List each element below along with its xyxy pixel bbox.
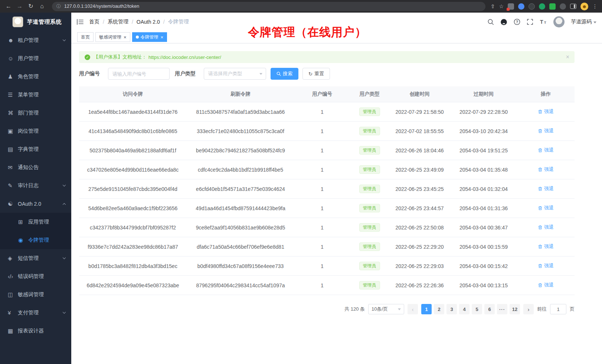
table-row: 1ea5e44f8bc1467aaede43144f31de76811c5304… [79, 102, 575, 122]
search-button[interactable]: 搜索 [271, 68, 298, 80]
search-icon[interactable] [487, 19, 494, 25]
back-icon[interactable]: ← [4, 1, 13, 11]
font-size-icon[interactable]: TT [540, 19, 547, 25]
sidebar-item-role[interactable]: ♟角色管理 [0, 67, 71, 86]
help-icon[interactable]: ? [514, 19, 520, 25]
github-icon[interactable] [500, 19, 507, 26]
sidebar-item-sms[interactable]: ◈短信管理 [0, 249, 71, 267]
sidebar-item-sensitive-word[interactable]: ◫敏感词管理 [0, 285, 71, 304]
force-logout-button[interactable]: 强退 [538, 147, 554, 153]
sidebar-item-dict[interactable]: ▤字典管理 [0, 140, 71, 158]
page-button-2[interactable]: 2 [434, 304, 444, 314]
extension-icon[interactable] [518, 3, 524, 10]
force-logout-button[interactable]: 强退 [538, 205, 554, 211]
close-alert-icon[interactable]: × [566, 54, 569, 60]
user-type-badge: 管理员 [359, 185, 380, 193]
sidebar-item-label: 用户管理 [18, 55, 39, 62]
sidebar-item-app[interactable]: ⊞应用管理 [0, 213, 71, 231]
sidebar-item-token[interactable]: ◉令牌管理 [0, 231, 71, 249]
collapse-sidebar-icon[interactable] [77, 19, 84, 25]
sidebar-item-label: 令牌管理 [28, 237, 49, 244]
breadcrumb-item[interactable]: 系统管理 [108, 19, 128, 25]
user-type-badge: 管理员 [359, 223, 380, 232]
trash-icon [538, 244, 543, 249]
forward-icon[interactable]: → [15, 1, 24, 11]
sidebar-item-payment[interactable]: ¥支付管理 [0, 304, 71, 322]
extension-icon[interactable] [508, 3, 514, 10]
extension-icon[interactable] [539, 3, 545, 10]
address-bar[interactable]: ⓘ 127.0.0.1:1024/system/oauth2/token [52, 2, 485, 11]
sidebar-item-tenant[interactable]: ☻租户管理 [0, 31, 71, 49]
page-size-select[interactable]: 10条/页 [368, 304, 404, 314]
user-menu[interactable]: 芋道源码 [571, 19, 596, 25]
sidebar-item-user[interactable]: ☺用户管理 [0, 49, 71, 67]
sidebar-item-notice[interactable]: ✉通知公告 [0, 158, 71, 176]
chevron-down-icon [63, 183, 66, 186]
sidebar-item-dept[interactable]: ⌘部门管理 [0, 104, 71, 122]
page-button-6[interactable]: 6 [484, 304, 495, 314]
sidebar-item-label: 敏感词管理 [18, 291, 44, 298]
column-header: 操作 [517, 86, 575, 102]
force-logout-button[interactable]: 强退 [538, 243, 554, 250]
breadcrumb-item[interactable]: OAuth 2.0 [137, 19, 160, 25]
doc-alert: ✓ 【用户体系】文档地址： https://doc.iocoder.cn/use… [79, 51, 575, 63]
force-logout-button[interactable]: 强退 [538, 224, 554, 231]
fullscreen-icon[interactable] [527, 19, 533, 25]
dictionary-icon: ▤ [8, 146, 18, 153]
token-table-head-row: 访问令牌刷新令牌用户编号用户类型创建时间过期时间操作 [79, 86, 575, 102]
extension-icon[interactable] [560, 3, 566, 10]
tab-sensitive-word[interactable]: 敏感词管理× [95, 32, 130, 42]
tab-token[interactable]: 令牌管理× [132, 32, 167, 42]
force-logout-button[interactable]: 强退 [538, 185, 554, 192]
close-tab-icon[interactable]: × [124, 35, 127, 40]
page-button-3[interactable]: 3 [446, 304, 457, 314]
force-logout-button[interactable]: 强退 [538, 166, 554, 173]
sidebar-item-report[interactable]: ▦报表设计器 [0, 322, 71, 340]
user-avatar[interactable] [553, 16, 565, 27]
sidebar-item-oauth[interactable]: ☯OAuth 2.0 [0, 195, 71, 213]
sidebar-item-menu[interactable]: ☰菜单管理 [0, 86, 71, 104]
close-tab-icon[interactable]: × [161, 35, 164, 40]
goto-page-input[interactable] [550, 304, 566, 314]
puzzle-extensions-icon[interactable] [549, 3, 556, 10]
tab-label: 首页 [81, 34, 90, 40]
pager: 123456···12 [421, 304, 520, 314]
page-button-1[interactable]: 1 [421, 304, 432, 314]
cell-user-id: 1 [294, 257, 350, 276]
profile-avatar[interactable]: ☻ [580, 3, 588, 10]
browser-menu-icon[interactable]: ⋮ [592, 3, 598, 9]
sidebar-item-label: 错误码管理 [18, 273, 44, 280]
user-type-select[interactable]: 请选择用户类型 [204, 68, 266, 80]
doc-link[interactable]: https://doc.iocoder.cn/user-center/ [148, 54, 221, 60]
bookmark-star-icon[interactable]: ☆ [499, 3, 504, 9]
extension-icon[interactable] [529, 3, 535, 10]
column-header: 刷新令牌 [187, 86, 294, 102]
page-button-12[interactable]: 12 [510, 304, 520, 314]
sidebar-item-post[interactable]: ▣岗位管理 [0, 122, 71, 140]
split-screen-icon[interactable] [570, 4, 576, 9]
tab-home[interactable]: 首页 [77, 32, 94, 42]
page-button-4[interactable]: 4 [459, 304, 470, 314]
breadcrumb-item[interactable]: 首页 [89, 19, 99, 25]
share-icon[interactable]: ⇧ [491, 3, 495, 9]
home-icon[interactable]: ⌂ [37, 1, 47, 11]
app-logo-area[interactable]: 芋道管理系统 [0, 13, 71, 31]
trash-icon [538, 167, 543, 172]
reset-button[interactable]: ↻ 重置 [302, 68, 330, 80]
force-logout-button[interactable]: 强退 [538, 262, 554, 269]
pager-more-button[interactable]: ··· [497, 304, 507, 314]
sidebar-item-audit-log[interactable]: ✎审计日志 [0, 176, 71, 195]
reload-icon[interactable]: ↻ [26, 1, 36, 11]
site-info-icon[interactable]: ⓘ [56, 3, 61, 10]
force-logout-button[interactable]: 强退 [538, 108, 554, 115]
force-logout-button[interactable]: 强退 [538, 128, 554, 134]
cell-expire-time: 2054-03-04 00:15:42 [450, 257, 517, 276]
user-id-input[interactable] [108, 68, 170, 80]
force-logout-button[interactable]: 强退 [538, 282, 554, 288]
browser-chrome: ← → ↻ ⌂ ⓘ 127.0.0.1:1024/system/oauth2/t… [0, 0, 602, 13]
next-page-button[interactable]: › [523, 304, 534, 314]
prev-page-button[interactable]: ‹ [408, 304, 418, 314]
sidebar-item-error-code[interactable]: ‹/›错误码管理 [0, 267, 71, 285]
page-button-5[interactable]: 5 [472, 304, 482, 314]
sensitive-word-icon: ◫ [8, 291, 18, 298]
